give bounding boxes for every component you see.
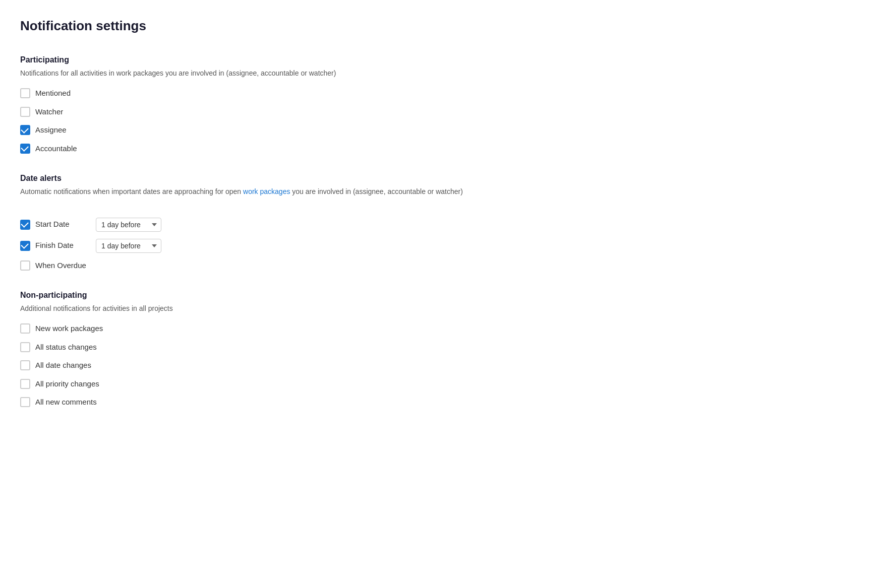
checkbox-accountable[interactable] xyxy=(20,144,30,154)
participating-row-assignee: Assignee xyxy=(20,124,866,136)
non-participating-row-new_work_packages: New work packages xyxy=(20,323,866,335)
when-overdue-label: When Overdue xyxy=(35,260,86,272)
non-participating-desc: Additional notifications for activities … xyxy=(20,303,866,314)
checkbox-all_status_changes[interactable] xyxy=(20,342,30,352)
label-watcher: Watcher xyxy=(35,106,63,118)
label-new_work_packages: New work packages xyxy=(35,323,103,335)
date-alerts-title: Date alerts xyxy=(20,172,866,184)
non-participating-row-all_new_comments: All new comments xyxy=(20,397,866,408)
label-mentioned: Mentioned xyxy=(35,88,71,99)
label-all_new_comments: All new comments xyxy=(35,397,97,408)
checkbox-finish_date[interactable] xyxy=(20,241,30,251)
label-accountable: Accountable xyxy=(35,143,77,155)
date-row-finish_date: Finish Date1 day before2 days before3 da… xyxy=(20,239,866,253)
date-alerts-desc: Automatic notifications when important d… xyxy=(20,186,866,197)
non-participating-row-all_date_changes: All date changes xyxy=(20,360,866,371)
participating-title: Participating xyxy=(20,54,866,66)
label-all_status_changes: All status changes xyxy=(35,342,97,353)
checkbox-assignee[interactable] xyxy=(20,125,30,135)
label-finish_date: Finish Date xyxy=(35,240,91,251)
non-participating-row-all_status_changes: All status changes xyxy=(20,342,866,353)
participating-section: Participating Notifications for all acti… xyxy=(20,54,866,154)
checkbox-new_work_packages[interactable] xyxy=(20,323,30,334)
participating-desc: Notifications for all activities in work… xyxy=(20,68,866,79)
when-overdue-row: When Overdue xyxy=(20,260,866,272)
participating-row-mentioned: Mentioned xyxy=(20,88,866,99)
label-all_date_changes: All date changes xyxy=(35,360,91,371)
work-packages-link: work packages xyxy=(243,187,290,195)
label-start_date: Start Date xyxy=(35,219,91,230)
checkbox-all_new_comments[interactable] xyxy=(20,397,30,407)
select-finish_date[interactable]: 1 day before2 days before3 days before1 … xyxy=(96,239,161,253)
checkbox-all_priority_changes[interactable] xyxy=(20,379,30,389)
checkbox-all_date_changes[interactable] xyxy=(20,360,30,370)
date-row-start_date: Start Date1 day before2 days before3 day… xyxy=(20,218,866,232)
label-assignee: Assignee xyxy=(35,124,67,136)
page-title: Notification settings xyxy=(20,16,866,36)
non-participating-row-all_priority_changes: All priority changes xyxy=(20,378,866,390)
checkbox-mentioned[interactable] xyxy=(20,88,30,98)
checkbox-watcher[interactable] xyxy=(20,107,30,117)
participating-row-watcher: Watcher xyxy=(20,106,866,118)
label-all_priority_changes: All priority changes xyxy=(35,378,99,390)
participating-row-accountable: Accountable xyxy=(20,143,866,155)
when-overdue-checkbox[interactable] xyxy=(20,260,30,271)
non-participating-title: Non-participating xyxy=(20,289,866,301)
date-alerts-section: Date alerts Automatic notifications when… xyxy=(20,172,866,271)
select-start_date[interactable]: 1 day before2 days before3 days before1 … xyxy=(96,218,161,232)
checkbox-start_date[interactable] xyxy=(20,220,30,230)
non-participating-section: Non-participating Additional notificatio… xyxy=(20,289,866,408)
